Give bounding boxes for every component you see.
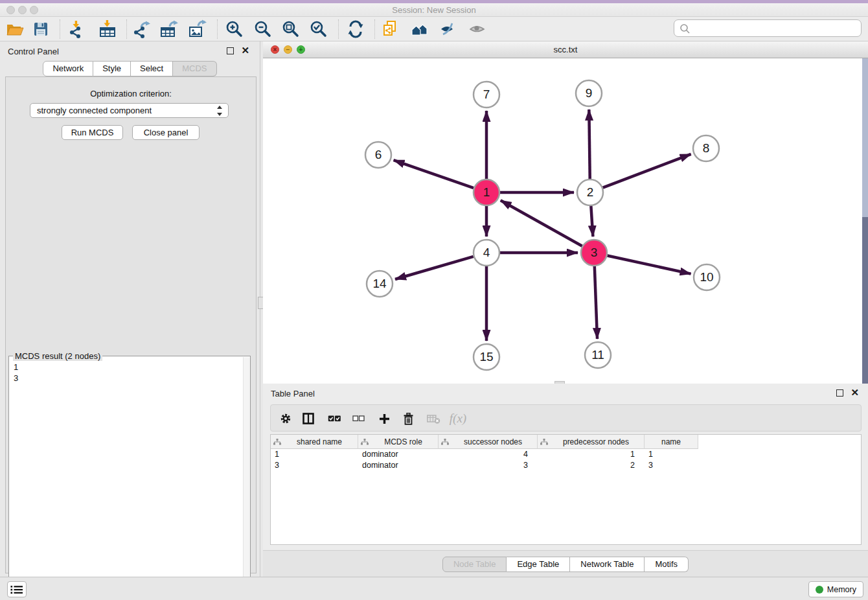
hide-selected-button[interactable] xyxy=(437,19,459,40)
zoom-selected-icon xyxy=(309,19,328,39)
edge-3-10[interactable] xyxy=(608,255,691,273)
node-10[interactable]: 10 xyxy=(694,264,720,290)
table-header-predecessor-nodes[interactable]: predecessor nodes xyxy=(538,435,645,449)
search-box xyxy=(674,19,862,37)
tab-edge-table[interactable]: Edge Table xyxy=(507,557,570,572)
node-1[interactable]: 1 xyxy=(474,179,499,205)
zoom-in-button[interactable] xyxy=(223,19,246,40)
network-titlebar[interactable]: × − + scc.txt xyxy=(263,41,868,58)
edge-1-6[interactable] xyxy=(394,160,474,188)
search-icon xyxy=(679,23,691,34)
deselect-all-button[interactable] xyxy=(348,409,368,428)
close-panel-icon[interactable]: ✕ xyxy=(851,387,859,398)
table-cell[interactable]: 3 xyxy=(645,460,698,471)
table-header-shared-name[interactable]: shared name xyxy=(271,435,358,449)
select-all-button[interactable] xyxy=(325,409,344,428)
edge-2-8[interactable] xyxy=(603,154,691,188)
delete-column-button[interactable] xyxy=(424,409,443,428)
network-scrollbar-track[interactable] xyxy=(862,58,868,217)
export-network-button[interactable] xyxy=(130,19,152,40)
first-neighbors-button[interactable] xyxy=(409,19,431,40)
table-row[interactable]: 1dominator411 xyxy=(271,449,861,460)
table-header-successor-nodes[interactable]: successor nodes xyxy=(439,435,538,449)
table-header-name[interactable]: name xyxy=(645,435,698,449)
node-table[interactable]: shared nameMCDS rolesuccessor nodesprede… xyxy=(270,434,862,545)
node-8[interactable]: 8 xyxy=(693,135,719,161)
table-cell[interactable]: dominator xyxy=(358,460,439,471)
criterion-select[interactable]: strongly connected component xyxy=(30,103,229,118)
svg-text:10: 10 xyxy=(700,270,713,284)
table-cell[interactable]: 1 xyxy=(645,449,698,460)
tab-node-table[interactable]: Node Table xyxy=(442,557,507,572)
run-mcds-button[interactable]: Run MCDS xyxy=(62,125,123,140)
network-canvas[interactable]: 7968124314101511 xyxy=(263,58,868,384)
table-settings-button[interactable] xyxy=(276,409,295,428)
table-row[interactable]: 3dominator323 xyxy=(271,460,861,471)
search-input[interactable] xyxy=(691,21,861,36)
table-cell[interactable]: 4 xyxy=(439,449,538,460)
close-panel-icon[interactable]: ✕ xyxy=(241,45,249,56)
result-scrollbar[interactable] xyxy=(243,357,250,600)
function-builder-button[interactable]: f(x) xyxy=(444,409,472,428)
tab-mcds[interactable]: MCDS xyxy=(173,61,216,76)
import-table-button[interactable] xyxy=(97,19,119,40)
table-cell[interactable]: 3 xyxy=(439,460,538,471)
checked-boxes-icon xyxy=(328,415,341,422)
show-all-button[interactable] xyxy=(466,19,488,40)
node-2[interactable]: 2 xyxy=(577,179,603,205)
node-7[interactable]: 7 xyxy=(474,82,499,108)
node-14[interactable]: 14 xyxy=(367,271,393,297)
edge-3-1[interactable] xyxy=(501,200,582,246)
node-6[interactable]: 6 xyxy=(365,142,391,168)
tab-motifs[interactable]: Motifs xyxy=(645,557,689,572)
task-history-button[interactable] xyxy=(7,581,27,597)
edge-2-3[interactable] xyxy=(591,206,593,237)
import-network-button[interactable] xyxy=(65,19,87,40)
node-9[interactable]: 9 xyxy=(576,80,602,106)
node-11[interactable]: 11 xyxy=(585,342,611,368)
delete-row-button[interactable] xyxy=(398,409,418,428)
node-3[interactable]: 3 xyxy=(581,240,607,266)
table-cell[interactable]: 2 xyxy=(538,460,645,471)
add-row-button[interactable] xyxy=(374,409,394,428)
memory-button[interactable]: Memory xyxy=(808,581,863,597)
mcds-result-list[interactable]: 1 3 xyxy=(9,360,242,600)
table-cell[interactable]: 1 xyxy=(538,449,645,460)
export-table-icon xyxy=(159,19,179,39)
svg-text:1: 1 xyxy=(483,185,490,199)
edge-4-14[interactable] xyxy=(395,257,474,279)
zoom-selected-button[interactable] xyxy=(308,19,330,40)
save-session-button[interactable] xyxy=(30,19,52,40)
edge-2-9[interactable] xyxy=(589,110,589,179)
tab-select[interactable]: Select xyxy=(131,61,173,76)
network-scrollbar-thumb[interactable] xyxy=(862,217,868,384)
optimization-label: Optimization criterion: xyxy=(6,89,256,98)
tab-network[interactable]: Network xyxy=(43,61,93,76)
zoom-out-button[interactable] xyxy=(252,19,274,40)
duplicate-network-icon xyxy=(382,19,401,39)
node-4[interactable]: 4 xyxy=(474,240,499,266)
toggle-columns-button[interactable] xyxy=(299,409,318,428)
table-cell[interactable]: 3 xyxy=(271,460,358,471)
float-panel-icon[interactable] xyxy=(836,389,843,397)
table-cell[interactable]: dominator xyxy=(358,449,439,460)
refresh-button[interactable] xyxy=(345,19,367,40)
edge-3-11[interactable] xyxy=(595,266,597,339)
toolbar-separator xyxy=(374,19,375,39)
export-image-button[interactable] xyxy=(187,19,209,40)
zoom-fit-button[interactable] xyxy=(280,19,302,40)
table-header-mcds-role[interactable]: MCDS role xyxy=(358,435,439,449)
control-panel-header: Control Panel ✕ xyxy=(0,41,260,61)
float-panel-icon[interactable] xyxy=(227,47,234,54)
open-session-button[interactable] xyxy=(4,19,26,40)
tab-style[interactable]: Style xyxy=(93,61,131,76)
criterion-value: strongly connected component xyxy=(37,106,152,115)
table-cell[interactable]: 1 xyxy=(271,449,358,460)
export-table-button[interactable] xyxy=(158,19,180,40)
tab-network-table[interactable]: Network Table xyxy=(570,557,645,572)
close-panel-button[interactable]: Close panel xyxy=(132,125,200,140)
node-15[interactable]: 15 xyxy=(474,344,499,370)
table-body: 1dominator4113dominator323 xyxy=(271,449,861,471)
import-network-icon xyxy=(67,19,86,39)
duplicate-network-button[interactable] xyxy=(380,19,402,40)
